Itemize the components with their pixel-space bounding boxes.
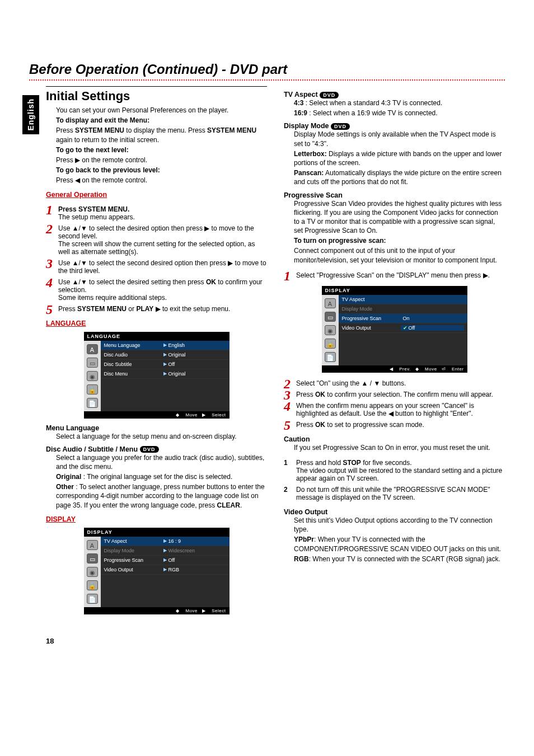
tvaspect-heading: TV Aspect DVD <box>284 91 505 98</box>
language-heading: LANGUAGE <box>46 320 267 327</box>
language-icon: A <box>325 298 336 308</box>
progressive-turnon-heading: To turn on progressive scan: <box>294 236 505 245</box>
osd-footer: ◆ Move▶ Select <box>84 411 229 419</box>
audio-icon: ◉ <box>87 567 98 577</box>
progressive-intro: Progressive Scan Video provides the high… <box>294 199 505 236</box>
videooutput-ypbpr: YPbPr: When your TV is connected with th… <box>294 535 505 553</box>
pstep-4: 4When the confirm menu appears on your s… <box>284 402 505 417</box>
disc-asm-heading: Disc Audio / Subtitle / Menu DVD <box>46 445 267 453</box>
osd-category-icons: A ▭ ◉ 🔒 📄 <box>84 537 101 607</box>
others-icon: 📄 <box>87 594 98 604</box>
osd-row: Disc Menu▶Original <box>101 369 229 379</box>
disc-asm-other: Other : To select another language, pres… <box>56 482 267 510</box>
displaymode-heading: Display Mode DVD <box>284 122 505 130</box>
step-5: 5 Press SYSTEM MENU or PLAY ▶ to exit th… <box>46 305 267 313</box>
osd-footer: ◀ Prev.◆ Move⏎ Enter <box>322 365 467 373</box>
menu-language-heading: Menu Language <box>46 424 267 432</box>
tvaspect-169: 16:9 : Select when a 16:9 wide TV is con… <box>294 109 505 118</box>
caution-2: 2 Do not turn off this unit while the "P… <box>284 486 505 501</box>
menu-language-text: Select a language for the setup menu and… <box>56 432 267 441</box>
osd-category-icons: A ▭ ◉ 🔒 📄 <box>322 295 339 365</box>
displaymode-intro: Display Mode settings is only available … <box>294 130 505 148</box>
others-icon: 📄 <box>325 352 336 362</box>
displaymode-panscan: Panscan: Automatically displays the wide… <box>294 168 505 186</box>
pstep-1: 1Select "Progressive Scan" on the "DISPL… <box>284 271 505 279</box>
prev-level-text: Press ◀ on the remote control. <box>56 176 267 185</box>
display-icon: ▭ <box>87 553 98 564</box>
videooutput-rgb: RGB: When your TV is connected with the … <box>294 555 505 564</box>
pstep-5: 5Press OK to set to progressive scan mod… <box>284 421 505 429</box>
audio-icon: ◉ <box>87 371 98 381</box>
display-exit-heading: To display and exit the Menu: <box>56 116 267 125</box>
pstep-2: 2Select "On" using the ▲ / ▼ buttons. <box>284 379 505 387</box>
others-icon: 📄 <box>87 398 98 408</box>
dotted-rule <box>29 79 505 81</box>
videooutput-heading: Video Output <box>284 508 505 516</box>
step-1: 1 Press SYSTEM MENU. The setup menu appe… <box>46 205 267 221</box>
osd-row: Video Output▶RGB <box>101 565 229 575</box>
osd-language-menu: LANGUAGE A ▭ ◉ 🔒 📄 Menu Language▶English… <box>84 332 229 419</box>
display-exit-text: Press SYSTEM MENU to display the menu. P… <box>56 126 267 144</box>
displaymode-letterbox: Letterbox: Displays a wide picture with … <box>294 149 505 167</box>
osd-row: TV Aspect <box>339 295 467 304</box>
display-icon: ▭ <box>87 358 98 368</box>
progressive-turnon-text: Connect component out of this unit to th… <box>294 246 505 264</box>
caution-heading: Caution <box>284 435 505 443</box>
dvd-badge-icon: DVD <box>140 446 159 453</box>
osd-row: Disc Subtitle▶Off <box>101 360 229 369</box>
audio-icon: ◉ <box>325 325 336 335</box>
osd-row: Menu Language▶English <box>101 341 229 350</box>
osd-title: LANGUAGE <box>84 332 229 341</box>
step-3: 3 Use ▲/▼ to select the second desired o… <box>46 259 267 275</box>
general-operation-heading: General Operation <box>46 191 267 199</box>
lock-icon: 🔒 <box>325 339 336 349</box>
section-title: Initial Settings <box>46 86 267 104</box>
lock-icon: 🔒 <box>87 384 98 395</box>
language-tab: English <box>22 95 39 134</box>
osd-footer: ◆ Move▶ Select <box>84 607 229 614</box>
osd-display-menu: DISPLAY A ▭ ◉ 🔒 📄 TV Aspect▶16 : 9 Displ… <box>84 528 229 614</box>
disc-asm-intro: Select a language you prefer for the aud… <box>56 453 267 471</box>
next-level-heading: To go to the next level: <box>56 145 267 154</box>
dvd-badge-icon: DVD <box>320 92 339 98</box>
step-2: 2 Use ▲/▼ to select the desired option t… <box>46 224 267 256</box>
videooutput-intro: Set this unit's Video Output options acc… <box>294 516 505 534</box>
display-icon: ▭ <box>325 312 336 322</box>
tvaspect-43: 4:3 : Select when a standard 4:3 TV is c… <box>294 98 505 107</box>
intro-text: You can set your own Personal Preference… <box>56 106 267 115</box>
step-4: 4 Use ▲/▼ to select the desired setting … <box>46 278 267 302</box>
chapter-title: Before Operation (Continued) - DVD part <box>29 62 505 77</box>
osd-row: Disc Audio▶Original <box>101 350 229 360</box>
osd-title: DISPLAY <box>322 286 467 295</box>
lock-icon: 🔒 <box>87 580 98 590</box>
dvd-badge-icon: DVD <box>331 123 350 130</box>
osd-title: DISPLAY <box>84 528 229 537</box>
next-level-text: Press ▶ on the remote control. <box>56 156 267 165</box>
page-number: 18 <box>46 637 505 645</box>
osd-row: TV Aspect▶16 : 9 <box>101 537 229 546</box>
display-heading: DISPLAY <box>46 515 267 523</box>
disc-asm-original: Original : The original language set for… <box>56 472 267 481</box>
osd-row: Progressive ScanOn <box>339 314 467 323</box>
osd-row: Display Mode <box>339 304 467 314</box>
osd-row: Video Output✔Off <box>339 323 467 333</box>
progressive-heading: Progressive Scan <box>284 191 505 199</box>
osd-category-icons: A ▭ ◉ 🔒 📄 <box>84 341 101 411</box>
osd-progressive-menu: DISPLAY A ▭ ◉ 🔒 📄 TV Aspect Display Mode… <box>322 286 467 373</box>
prev-level-heading: To go back to the previous level: <box>56 166 267 175</box>
caution-1: 1 Press and hold STOP for five seconds. … <box>284 459 505 482</box>
osd-row: Progressive Scan▶Off <box>101 556 229 565</box>
language-icon: A <box>87 344 98 354</box>
language-icon: A <box>87 540 98 550</box>
caution-intro: If you set Progressive Scan to On in err… <box>294 443 505 452</box>
pstep-3: 3Press OK to confirm your selection. The… <box>284 391 505 398</box>
osd-row: Display Mode▶Widescreen <box>101 546 229 556</box>
